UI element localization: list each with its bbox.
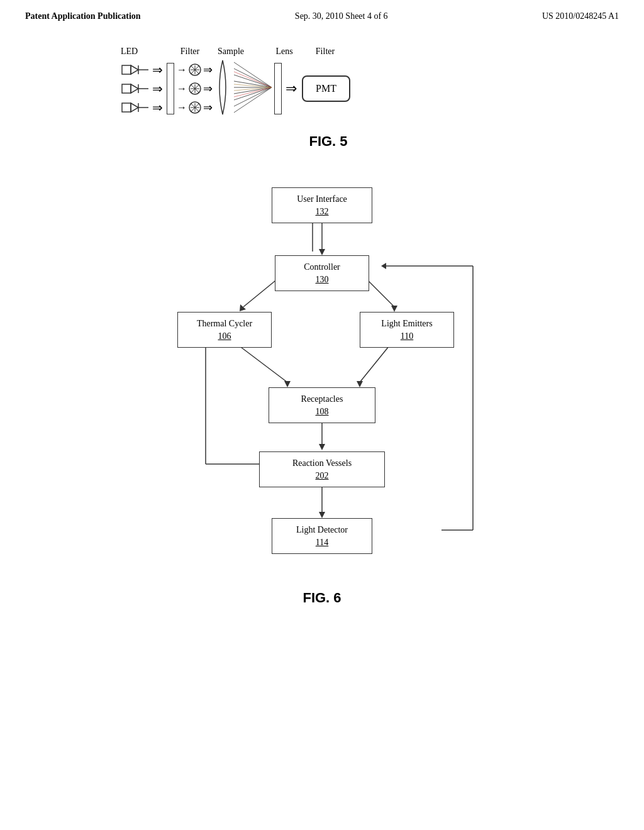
lens-label: Lens: [259, 47, 309, 57]
sample-circle-2: [188, 82, 202, 96]
light-emitters-block: Light Emitters 110: [360, 312, 454, 348]
light-detector-number: 114: [316, 538, 328, 547]
double-arrow-3: ⇒: [203, 101, 213, 114]
light-detector-label: Light Detector: [296, 525, 348, 534]
svg-rect-8: [122, 103, 131, 112]
thermal-cycler-block: Thermal Cycler 106: [177, 312, 272, 348]
svg-marker-45: [240, 304, 246, 311]
sample-to-lens-arrows: ⇒ ⇒ ⇒: [203, 63, 213, 114]
svg-marker-53: [319, 444, 325, 450]
double-arrow-2: ⇒: [203, 82, 213, 96]
pmt-box: PMT: [302, 75, 350, 102]
arrow-to-pmt: ⇒: [286, 80, 297, 97]
svg-line-46: [366, 279, 394, 307]
svg-marker-9: [131, 103, 138, 112]
filter1-label: Filter: [177, 47, 203, 57]
controller-label: Controller: [304, 262, 340, 272]
receptacles-label: Receptacles: [301, 394, 343, 404]
fig6-container: User Interface 132 Controller 130 Therma…: [102, 181, 542, 606]
svg-line-35: [234, 87, 272, 113]
svg-marker-1: [131, 65, 138, 74]
fig6-caption: FIG. 6: [303, 590, 341, 606]
pmt-label: PMT: [316, 83, 336, 94]
sample-circles: [188, 63, 202, 114]
fig5-diagram: ⇒ ⇒ ⇒ → → →: [121, 59, 542, 118]
arrow-s2: →: [177, 82, 187, 96]
led-symbol-3: [121, 101, 150, 114]
converging-rays: [234, 59, 272, 118]
arrow-s1: →: [177, 63, 187, 77]
controller-number: 130: [316, 275, 329, 284]
arrow-s3: →: [177, 101, 187, 114]
sample-label: Sample: [203, 47, 259, 57]
user-interface-number: 132: [316, 207, 329, 216]
user-interface-block: User Interface 132: [272, 187, 372, 223]
svg-line-44: [243, 279, 278, 307]
thermal-cycler-label: Thermal Cycler: [197, 319, 252, 328]
svg-marker-5: [131, 84, 138, 93]
arrow-1: ⇒: [152, 63, 163, 77]
reaction-vessels-number: 202: [316, 471, 329, 480]
receptacles-block: Receptacles 108: [269, 387, 375, 423]
led-symbols: [121, 63, 150, 114]
fig6-diagram: User Interface 132 Controller 130 Therma…: [133, 181, 511, 571]
user-interface-label: User Interface: [297, 194, 347, 204]
fig5-container: LED Filter Sample Lens Filter: [102, 47, 542, 150]
svg-line-27: [234, 62, 272, 87]
filter-to-sample-arrows: → → →: [177, 63, 187, 114]
filter2-label: Filter: [309, 47, 341, 57]
svg-rect-0: [122, 65, 131, 74]
svg-marker-58: [319, 512, 325, 518]
fig5-caption: FIG. 5: [114, 133, 542, 150]
sample-circle-3: [188, 101, 202, 114]
header-center: Sep. 30, 2010 Sheet 4 of 6: [295, 11, 388, 21]
connector-lines: [133, 181, 511, 571]
led-arrows: ⇒ ⇒ ⇒: [152, 63, 163, 114]
svg-rect-4: [122, 84, 131, 93]
light-emitters-number: 110: [401, 331, 413, 341]
double-arrow-1: ⇒: [203, 63, 213, 77]
svg-marker-62: [381, 263, 386, 269]
svg-marker-51: [357, 381, 363, 387]
light-emitters-label: Light Emitters: [381, 319, 432, 328]
reaction-vessels-block: Reaction Vessels 202: [259, 451, 385, 487]
arrow-2: ⇒: [152, 82, 163, 96]
led-symbol-2: [121, 82, 150, 96]
receptacles-number: 108: [316, 407, 329, 416]
svg-marker-49: [284, 381, 291, 387]
filter2-block: [274, 63, 282, 114]
reaction-vessels-label: Reaction Vessels: [292, 458, 352, 468]
light-detector-block: Light Detector 114: [272, 518, 372, 554]
page-header: Patent Application Publication Sep. 30, …: [0, 0, 644, 21]
sample-circle-1: [188, 63, 202, 77]
led-label: LED: [121, 47, 153, 57]
controller-block: Controller 130: [275, 255, 369, 291]
thermal-cycler-number: 106: [218, 331, 231, 341]
led-symbol-1: [121, 63, 150, 77]
arrow-3: ⇒: [152, 101, 163, 114]
svg-marker-41: [319, 249, 325, 255]
svg-marker-47: [391, 306, 397, 312]
lens-shape: [214, 59, 231, 118]
filter1-block: [167, 63, 174, 114]
header-right: US 2010/0248245 A1: [542, 11, 619, 21]
header-left: Patent Application Publication: [25, 11, 141, 21]
